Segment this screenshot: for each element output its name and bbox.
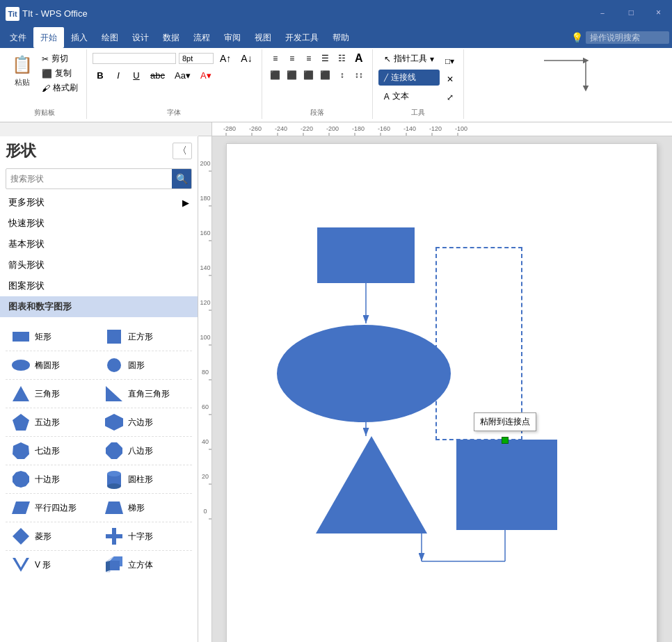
connect-tool-button[interactable]: ╱ 连接线 <box>378 70 440 86</box>
align-left2-button[interactable]: ⬛ <box>268 67 283 83</box>
svg-text:120: 120 <box>200 299 210 306</box>
shape-item-diamond[interactable]: 菱形 <box>8 525 96 547</box>
menu-item-devtools[interactable]: 开发工具 <box>278 27 326 48</box>
text-height-button[interactable]: ↕↕ <box>351 67 367 83</box>
font-color-button[interactable]: A▾ <box>197 67 215 83</box>
shape-item-cube[interactable]: 立方体 <box>102 554 189 576</box>
flowchart-ellipse[interactable] <box>277 325 451 422</box>
text-tool-button[interactable]: A 文本 <box>378 88 440 104</box>
font-size-large-button[interactable]: A <box>351 51 367 66</box>
shape-item-trapezoid[interactable]: 梯形 <box>102 497 189 519</box>
font-name-select[interactable] <box>93 53 176 64</box>
menu-item-insert[interactable]: 插入 <box>64 27 95 48</box>
svg-point-25 <box>107 358 121 372</box>
tools-resize-button[interactable]: ⤢ <box>442 90 458 105</box>
basic-shapes-label: 基本形状 <box>8 238 45 250</box>
flowchart-rectangle[interactable] <box>317 227 415 283</box>
shape-item-cylinder[interactable]: 圆柱形 <box>102 468 189 490</box>
menu-item-draw[interactable]: 绘图 <box>95 27 125 48</box>
menu-item-view[interactable]: 视图 <box>248 27 278 48</box>
sidebar-collapse-button[interactable]: 〈 <box>173 143 192 159</box>
case-button[interactable]: Aa▾ <box>171 67 194 83</box>
shape-item-ellipse[interactable]: 椭圆形 <box>8 354 96 376</box>
circle-icon <box>104 355 124 375</box>
minimize-button[interactable]: － <box>593 6 612 21</box>
justify-button[interactable]: ⬛ <box>318 67 333 83</box>
decagon-label: 十边形 <box>35 474 60 485</box>
shape-item-decagon[interactable]: 十边形 <box>8 468 96 490</box>
align-left-button[interactable]: ≡ <box>268 51 283 66</box>
paste-button[interactable]: 📋 粘贴 <box>8 51 36 89</box>
font-size-select[interactable] <box>179 53 214 64</box>
cube-label: 立方体 <box>128 559 153 571</box>
ribbon-shape-preview-group <box>467 49 666 119</box>
shapes-row-4: 五边形 六边形 <box>6 408 192 437</box>
shape-item-heptagon[interactable]: 七边形 <box>8 440 96 462</box>
menu-quick-shapes[interactable]: 快速形状 <box>0 213 198 234</box>
shape-search-input[interactable] <box>6 171 172 186</box>
shape-item-hexagon[interactable]: 六边形 <box>102 411 189 433</box>
shape-item-right-triangle[interactable]: 直角三角形 <box>102 383 189 405</box>
trapezoid-icon <box>104 498 124 517</box>
strikethrough-button[interactable]: abc <box>147 67 168 83</box>
svg-rect-23 <box>107 330 121 344</box>
bold-button[interactable]: B <box>93 67 108 83</box>
menu-item-help[interactable]: 帮助 <box>326 27 356 48</box>
parallelogram-label: 平行四边形 <box>35 502 77 514</box>
menu-more-shapes[interactable]: 更多形状 ▶ <box>0 192 198 213</box>
shape-item-octagon[interactable]: 八边形 <box>102 440 189 462</box>
line-spacing-button[interactable]: ↕ <box>335 67 350 83</box>
shape-item-circle[interactable]: 圆形 <box>102 354 189 376</box>
svg-marker-29 <box>105 414 123 431</box>
underline-button[interactable]: U <box>129 67 144 83</box>
italic-button[interactable]: I <box>111 67 126 83</box>
font-increase-button[interactable]: A↑ <box>216 51 234 66</box>
menu-basic-shapes[interactable]: 基本形状 <box>0 234 198 255</box>
menu-item-home[interactable]: 开始 <box>33 27 64 48</box>
shape-item-v-shape[interactable]: V 形 <box>8 554 96 576</box>
svg-text:60: 60 <box>202 403 209 410</box>
font-decrease-button[interactable]: A↓ <box>237 51 255 66</box>
canvas-page[interactable]: 粘附到连接点 笔记部落 www.notetribe.com cn <box>226 143 657 642</box>
cut-button[interactable]: ✂ 剪切 <box>39 52 81 65</box>
shape-item-square[interactable]: 正方形 <box>102 326 189 348</box>
menu-item-design[interactable]: 设计 <box>125 27 156 48</box>
menu-item-file[interactable]: 文件 <box>3 27 33 48</box>
menu-search-input[interactable] <box>586 31 669 44</box>
menu-item-review[interactable]: 审阅 <box>217 27 248 48</box>
close-button[interactable]: × <box>650 6 666 21</box>
shape-item-triangle[interactable]: 三角形 <box>8 383 96 405</box>
menu-item-flow[interactable]: 流程 <box>186 27 217 48</box>
copy-button[interactable]: ⬛ 复制 <box>39 67 81 80</box>
clipboard-content: 📋 粘贴 ✂ 剪切 ⬛ 复制 🖌 格式刷 <box>8 51 81 95</box>
hexagon-label: 六边形 <box>128 417 153 428</box>
shape-item-rect[interactable]: 矩形 <box>8 326 96 348</box>
tools-extra-1[interactable]: □▾ <box>442 54 458 69</box>
list-number-button[interactable]: ☷ <box>335 51 350 66</box>
flowchart-dashed-rect[interactable] <box>435 247 522 440</box>
menu-arrow-shapes[interactable]: 箭头形状 <box>0 255 198 275</box>
flowchart-square[interactable] <box>456 440 557 530</box>
menu-pattern-shapes[interactable]: 图案形状 <box>0 275 198 296</box>
svg-text:200: 200 <box>200 160 210 167</box>
align-center-button[interactable]: ≡ <box>285 51 300 66</box>
tools-content: ↖ 指针工具 ▾ ╱ 连接线 A 文本 □▾ ✕ <box>378 51 458 105</box>
shape-item-cross[interactable]: 十字形 <box>102 525 189 547</box>
shape-search-button[interactable]: 🔍 <box>172 169 191 188</box>
menu-item-data[interactable]: 数据 <box>156 27 186 48</box>
canvas-wrapper[interactable]: 200 180 160 140 120 100 80 60 40 <box>198 136 672 642</box>
shape-item-pentagon[interactable]: 五边形 <box>8 411 96 433</box>
title-bar: Tit TIt - WPS Office － □ × <box>0 0 672 27</box>
tools-extra-2[interactable]: ✕ <box>442 72 458 87</box>
para-row-2: ⬛ ⬛ ⬛ ⬛ ↕ ↕↕ <box>268 67 367 83</box>
align-center2-button[interactable]: ⬛ <box>285 67 300 83</box>
shape-item-parallelogram[interactable]: 平行四边形 <box>8 497 96 519</box>
align-right-button[interactable]: ≡ <box>301 51 317 66</box>
format-brush-button[interactable]: 🖌 格式刷 <box>39 81 81 95</box>
pointer-tool-button[interactable]: ↖ 指针工具 ▾ <box>378 51 440 67</box>
ribbon-clipboard-group: 📋 粘贴 ✂ 剪切 ⬛ 复制 🖌 格式刷 剪贴板 <box>6 49 87 119</box>
maximize-button[interactable]: □ <box>623 6 639 21</box>
list-bullet-button[interactable]: ☰ <box>318 51 333 66</box>
pointer-label: 指针工具 <box>394 53 427 65</box>
align-right2-button[interactable]: ⬛ <box>301 67 317 83</box>
